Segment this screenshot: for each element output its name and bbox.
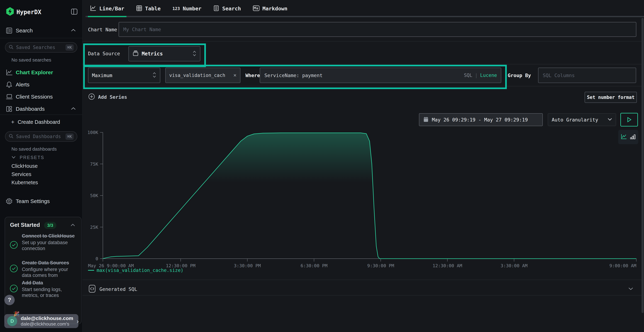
group-by-input[interactable]	[542, 72, 632, 78]
get-started-item[interactable]: Add Data Start sending logs, metrics, or…	[10, 280, 77, 298]
tab-markdown[interactable]: Markdown	[250, 0, 290, 17]
brand-title: HyperDX	[16, 8, 41, 16]
no-saved-searches-text: No saved searches	[12, 57, 51, 63]
data-source-value: Metrics	[142, 51, 163, 57]
sidebar-item-team-settings[interactable]: Team Settings	[0, 196, 82, 206]
sql-mode-toggle[interactable]: SQL	[464, 72, 472, 78]
saved-searches-input[interactable]: Saved Searches ⌘K	[5, 42, 77, 52]
get-started-title: Get Started	[10, 222, 40, 228]
where-field[interactable]: SQL | Lucene	[260, 68, 501, 83]
magnifier-icon	[8, 134, 14, 139]
divider	[82, 295, 644, 296]
gear-icon	[6, 198, 16, 205]
get-started-item-title: Add Data	[22, 280, 77, 286]
vertical-scrollbar[interactable]	[642, 18, 644, 313]
preset-item-kubernetes[interactable]: Kubernetes	[12, 180, 38, 186]
calendar-icon	[423, 116, 428, 123]
chart-name-field[interactable]	[118, 22, 636, 37]
presets-toggle[interactable]: PRESETS	[12, 155, 44, 160]
app-root: HyperDX Search	[0, 0, 644, 332]
bell-icon	[6, 81, 16, 88]
chevron-up-icon[interactable]	[70, 224, 75, 227]
get-started-item[interactable]: Connect to ClickHouse Set up your databa…	[10, 233, 77, 252]
plus-icon: +	[11, 119, 14, 126]
legend-swatch	[88, 270, 94, 271]
aggregation-value: Maximum	[92, 72, 112, 78]
group-by-label: Group By	[508, 72, 531, 78]
sidebar-section-label: Search	[16, 28, 33, 34]
add-series-button[interactable]: Add Series	[88, 93, 127, 101]
saved-dashboards-placeholder: Saved Dashboards	[16, 134, 66, 139]
tab-search[interactable]: Search	[211, 0, 243, 17]
get-started-item[interactable]: Create Data Sources Configure where your…	[10, 260, 77, 278]
preset-item-services[interactable]: Services	[12, 171, 31, 177]
data-source-label: Data Source	[88, 51, 120, 56]
123-icon: 123	[172, 6, 180, 11]
svg-text:3:30:00 AM: 3:30:00 AM	[500, 263, 528, 268]
sidebar-item-alerts[interactable]: Alerts	[0, 80, 82, 90]
no-saved-dashboards-text: No saved dashboards	[12, 146, 57, 152]
data-source-select[interactable]: Metrics	[128, 46, 200, 61]
where-label: Where	[246, 72, 260, 78]
sidebar-section-label: Dashboards	[16, 106, 45, 112]
get-started-progress-badge: 3/3	[44, 222, 56, 229]
granularity-value: Auto Granularity	[552, 117, 598, 122]
close-icon[interactable]: ×	[233, 72, 236, 78]
mode-toggle-divider: |	[475, 72, 478, 78]
chevron-up-icon	[71, 28, 76, 32]
user-menu[interactable]: D dale@clickhouse.com dale@clickhouse.co…	[4, 314, 78, 328]
generated-sql-label: Generated SQL	[100, 286, 137, 292]
svg-text:50K: 50K	[90, 193, 98, 198]
create-dashboard-button[interactable]: + Create Dashboard	[0, 117, 82, 127]
user-email-sub: dale@clickhouse.com's	[21, 321, 73, 327]
chart-name-label: Chart Name	[88, 27, 117, 32]
metric-chip[interactable]: visa_validation_cach ×	[165, 68, 240, 83]
create-dashboard-label: Create Dashboard	[18, 119, 60, 125]
svg-text:25K: 25K	[90, 225, 98, 230]
tab-table[interactable]: Table	[134, 0, 163, 17]
tab-label: Line/Bar	[99, 6, 124, 12]
generated-sql-toggle[interactable]: Generated SQL	[88, 283, 637, 295]
get-started-item-title: Create Data Sources	[22, 260, 77, 266]
sidebar-item-client-sessions[interactable]: Client Sessions	[0, 92, 82, 102]
sidebar-section-search[interactable]: Search	[0, 26, 82, 36]
chart-name-input[interactable]	[123, 26, 632, 32]
divider	[82, 41, 644, 42]
where-input[interactable]	[264, 72, 462, 78]
saved-searches-placeholder: Saved Searches	[16, 45, 66, 50]
tab-number[interactable]: 123 Number	[170, 0, 204, 17]
saved-dashboards-input[interactable]: Saved Dashboards ⌘K	[5, 131, 77, 142]
timeseries-chart[interactable]: 025K50K75K100KMay 26 9:00:00 AM12:30:00 …	[88, 128, 639, 270]
group-by-field[interactable]	[538, 68, 636, 83]
hyperdx-logo-icon[interactable]	[6, 7, 14, 16]
aggregation-select[interactable]: Maximum	[88, 68, 160, 83]
sidebar-item-label: Alerts	[16, 82, 30, 88]
set-number-format-button[interactable]: Set number format	[584, 92, 637, 103]
tab-line-bar[interactable]: Line/Bar	[88, 0, 126, 17]
help-button[interactable]: ?	[4, 295, 15, 305]
avatar: D	[7, 316, 17, 326]
chart-legend[interactable]: max(visa_validation_cache.size)	[88, 268, 183, 273]
preset-item-clickhouse[interactable]: ClickHouse	[12, 163, 38, 169]
svg-text:3:30:00 PM: 3:30:00 PM	[234, 263, 261, 268]
divider	[82, 280, 644, 280]
svg-text:0: 0	[96, 256, 98, 261]
play-icon	[627, 117, 632, 122]
sidebar-item-chart-explorer[interactable]: Chart Explorer	[0, 67, 82, 78]
dashboards-icon	[6, 106, 16, 112]
svg-text:100K: 100K	[88, 130, 98, 135]
divider	[82, 64, 644, 64]
get-started-item-title: Connect to ClickHouse	[22, 233, 77, 239]
date-range-picker[interactable]: May 26 09:29:19 - May 27 09:29:19	[419, 113, 543, 126]
granularity-select[interactable]: Auto Granularity	[548, 113, 616, 126]
get-started-panel: Get Started 3/3 Connect to ClickHouse Se…	[5, 217, 82, 324]
run-query-button[interactable]	[620, 113, 638, 126]
add-series-label: Add Series	[98, 94, 127, 100]
lucene-mode-toggle[interactable]: Lucene	[480, 72, 497, 78]
sidebar-section-dashboards[interactable]: Dashboards	[0, 104, 82, 114]
svg-text:12:30:00 AM: 12:30:00 AM	[432, 263, 462, 268]
svg-text:9:00:00 AM: 9:00:00 AM	[609, 263, 636, 268]
collapse-sidebar-icon[interactable]	[71, 8, 78, 16]
table-icon	[136, 5, 142, 12]
tab-label: Search	[222, 6, 241, 12]
